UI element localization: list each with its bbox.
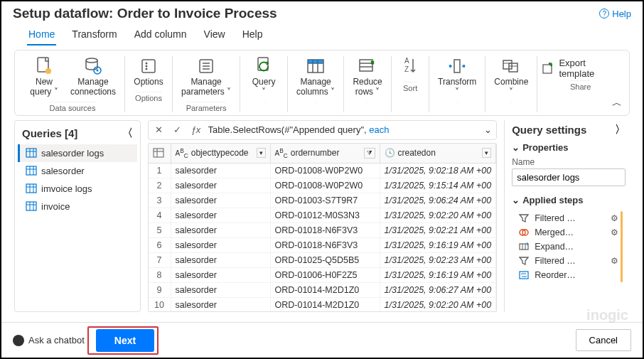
query-item[interactable]: salesorder logs [18, 144, 137, 162]
ask-chatbot-link[interactable]: Ask a chatbot [13, 335, 85, 346]
data-preview: ✕ ✓ ƒx Table.SelectRows(#"Appended query… [148, 120, 498, 312]
column-filter-icon[interactable]: ⧩ [364, 148, 375, 159]
applied-step[interactable]: Merged…⚙ [516, 225, 626, 240]
combine-button[interactable]: Combine ˅ [490, 53, 532, 100]
row-number: 1 [149, 164, 171, 178]
formula-expand-icon[interactable]: ⌄ [484, 124, 492, 135]
query-name-input[interactable] [512, 168, 626, 186]
ribbon: New query ˅ Manage connections Data sour… [14, 50, 630, 116]
formula-bar[interactable]: ✕ ✓ ƒx Table.SelectRows(#"Appended query… [148, 120, 498, 140]
queries-collapse-icon[interactable]: 〈 [122, 127, 133, 140]
table-row[interactable]: 4salesorderORD-01012-M0S3N31/31/2025, 9:… [149, 208, 497, 223]
cell-objecttypecode[interactable]: salesorder [171, 253, 271, 267]
cell-createdon[interactable]: 1/31/2025, 9:16:19 AM +00 [380, 238, 497, 252]
table-row[interactable]: 5salesorderORD-01018-N6F3V31/31/2025, 9:… [149, 223, 497, 238]
cancel-button[interactable]: Cancel [576, 329, 631, 351]
cell-objecttypecode[interactable]: salesorder [171, 238, 271, 252]
table-row[interactable]: 2salesorderORD-01008-W0P2W01/31/2025, 9:… [149, 178, 497, 193]
export-template-button[interactable]: Export template [542, 58, 619, 79]
sort-button[interactable]: AZ [396, 53, 424, 80]
cell-createdon[interactable]: 1/31/2025, 9:02:20 AM +00 [380, 298, 497, 312]
options-button[interactable]: Options [129, 53, 168, 90]
cell-objecttypecode[interactable]: salesorder [171, 178, 271, 193]
cell-createdon[interactable]: 1/31/2025, 9:16:19 AM +00 [380, 268, 497, 282]
cell-objecttypecode[interactable]: salesorder [171, 193, 271, 208]
formula-cancel-icon[interactable]: ✕ [153, 124, 166, 135]
table-row[interactable]: 7salesorderORD-01025-Q5D5B51/31/2025, 9:… [149, 253, 497, 268]
cell-objecttypecode[interactable]: salesorder [171, 223, 271, 237]
cell-ordernumber[interactable]: ORD-01003-S7T9R7 [271, 193, 380, 208]
manage-columns-button[interactable]: Manage columns ˅ [292, 53, 339, 100]
table-row[interactable]: 3salesorderORD-01003-S7T9R71/31/2025, 9:… [149, 193, 497, 208]
manage-parameters-button[interactable]: Manage parameters ˅ [177, 53, 235, 100]
refresh-icon [254, 56, 274, 76]
row-number: 6 [149, 238, 171, 252]
cell-ordernumber[interactable]: ORD-01018-N6F3V3 [271, 238, 380, 252]
table-row[interactable]: 10salesorderORD-01014-M2D1Z01/31/2025, 9… [149, 298, 497, 312]
new-query-button[interactable]: New query ˅ [25, 53, 63, 100]
applied-step[interactable]: Filtered …⚙ [516, 211, 626, 225]
column-header-createdon[interactable]: 🕓createdon▾ [380, 144, 497, 163]
cell-ordernumber[interactable]: ORD-01018-N6F3V3 [271, 223, 380, 237]
cell-ordernumber[interactable]: ORD-01008-W0P2W0 [271, 164, 380, 178]
cell-objecttypecode[interactable]: salesorder [171, 208, 271, 223]
table-row[interactable]: 9salesorderORD-01014-M2D1Z01/31/2025, 9:… [149, 283, 497, 298]
cell-objecttypecode[interactable]: salesorder [171, 268, 271, 282]
formula-confirm-icon[interactable]: ✓ [171, 124, 184, 135]
applied-step[interactable]: Expand… [516, 240, 626, 254]
table-row[interactable]: 1salesorderORD-01008-W0P2W01/31/2025, 9:… [149, 164, 497, 178]
transform-button[interactable]: Transform ˅ [434, 53, 481, 100]
cell-createdon[interactable]: 1/31/2025, 9:15:14 AM +00 [380, 178, 497, 193]
table-corner-button[interactable] [149, 144, 171, 163]
cell-ordernumber[interactable]: ORD-01006-H0F2Z5 [271, 268, 380, 282]
settings-collapse-icon[interactable]: 〉 [615, 123, 626, 136]
applied-step[interactable]: Filtered …⚙ [516, 254, 626, 268]
table-row[interactable]: 8salesorderORD-01006-H0F2Z51/31/2025, 9:… [149, 268, 497, 283]
next-button[interactable]: Next [96, 329, 154, 352]
cell-createdon[interactable]: 1/31/2025, 9:02:20 AM +00 [380, 208, 497, 223]
cell-objecttypecode[interactable]: salesorder [171, 283, 271, 297]
query-item[interactable]: invoice [18, 198, 137, 215]
applied-steps-section[interactable]: ⌄Applied steps [512, 192, 626, 208]
tab-transform[interactable]: Transform [70, 26, 118, 45]
manage-columns-label: Manage columns ˅ [296, 77, 335, 97]
cell-ordernumber[interactable]: ORD-01025-Q5D5B5 [271, 253, 380, 267]
cell-ordernumber[interactable]: ORD-01014-M2D1Z0 [271, 283, 380, 297]
formula-text[interactable]: Table.SelectRows(#"Appended query", each [208, 124, 479, 135]
cell-ordernumber[interactable]: ORD-01012-M0S3N3 [271, 208, 380, 223]
manage-connections-button[interactable]: Manage connections [66, 53, 120, 100]
table-row[interactable]: 6salesorderORD-01018-N6F3V31/31/2025, 9:… [149, 238, 497, 253]
tab-home[interactable]: Home [27, 26, 56, 45]
expand-icon [519, 242, 530, 252]
step-label: Expand… [535, 242, 574, 252]
cell-createdon[interactable]: 1/31/2025, 9:02:18 AM +00 [380, 164, 497, 178]
query-refresh-button[interactable]: Query ˅ [245, 53, 283, 100]
column-header-ordernumber[interactable]: ABCordernumber⧩ [271, 144, 380, 163]
help-link[interactable]: ? Help [599, 9, 631, 19]
cell-ordernumber[interactable]: ORD-01014-M2D1Z0 [271, 298, 380, 312]
column-header-objecttypecode[interactable]: ABCobjecttypecode▾ [171, 144, 271, 163]
cell-ordernumber[interactable]: ORD-01008-W0P2W0 [271, 178, 380, 193]
column-dropdown-icon[interactable]: ▾ [257, 148, 266, 158]
gear-icon[interactable]: ⚙ [611, 227, 618, 237]
cell-createdon[interactable]: 1/31/2025, 9:02:21 AM +00 [380, 223, 497, 237]
cell-createdon[interactable]: 1/31/2025, 9:02:23 AM +00 [380, 253, 497, 267]
svg-rect-26 [509, 63, 517, 72]
cell-createdon[interactable]: 1/31/2025, 9:06:27 AM +00 [380, 283, 497, 297]
gear-icon[interactable]: ⚙ [611, 213, 618, 223]
applied-step[interactable]: Reorder… [516, 268, 626, 282]
cell-createdon[interactable]: 1/31/2025, 9:06:24 AM +00 [380, 193, 497, 208]
column-dropdown-icon[interactable]: ▾ [482, 148, 491, 158]
cell-objecttypecode[interactable]: salesorder [171, 164, 271, 178]
query-item[interactable]: salesorder [18, 162, 137, 180]
fx-icon[interactable]: ƒx [190, 124, 203, 135]
tab-view[interactable]: View [203, 26, 227, 45]
cell-objecttypecode[interactable]: salesorder [171, 298, 271, 312]
ribbon-collapse-icon[interactable]: ︿ [612, 97, 622, 109]
reduce-rows-button[interactable]: Reduce rows ˅ [348, 53, 387, 100]
tab-help[interactable]: Help [241, 26, 264, 45]
gear-icon[interactable]: ⚙ [611, 256, 618, 266]
tab-add-column[interactable]: Add column [133, 26, 188, 45]
query-item[interactable]: imvoice logs [18, 180, 137, 198]
properties-section[interactable]: ⌄Properties [512, 139, 626, 156]
